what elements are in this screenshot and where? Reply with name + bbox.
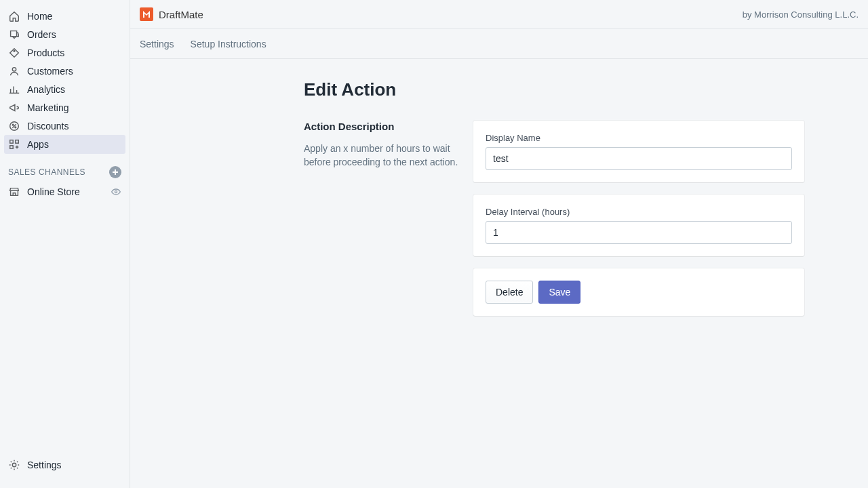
tab-settings[interactable]: Settings [140,29,174,58]
home-icon [8,10,20,22]
app-tabs: Settings Setup Instructions [130,29,868,59]
svg-point-1 [12,68,16,71]
section-annotation: Action Description Apply an x number of … [304,121,460,182]
sidebar-item-orders[interactable]: Orders [4,25,125,44]
svg-rect-7 [10,146,14,149]
svg-rect-5 [10,140,14,144]
person-icon [8,65,20,77]
app-name: DraftMate [159,9,203,20]
sidebar-item-apps[interactable]: Apps [4,135,125,154]
analytics-icon [8,83,20,96]
gear-icon [8,459,20,471]
display-name-card: Display Name [473,121,804,182]
svg-point-9 [12,463,16,466]
sidebar-item-home[interactable]: Home [4,7,125,26]
sidebar-section-sales-channels: SALES CHANNELS [0,166,130,178]
plus-icon [112,169,119,176]
svg-point-8 [115,190,117,192]
sidebar-channel-online-store[interactable]: Online Store [0,182,130,201]
delay-label: Delay Interval (hours) [486,207,792,217]
sidebar-item-label: Analytics [27,84,65,95]
display-name-label: Display Name [486,133,792,143]
sidebar-item-label: Discounts [27,121,68,131]
page-title: Edit Action [304,79,797,100]
tab-setup-instructions[interactable]: Setup Instructions [191,29,267,58]
apps-icon [8,138,20,150]
sidebar-item-products[interactable]: Products [4,43,125,62]
tag-icon [8,47,20,59]
megaphone-icon [8,102,20,114]
annotation-title: Action Description [304,121,460,132]
svg-point-0 [14,50,15,52]
app-logo-icon [142,10,151,18]
delete-button[interactable]: Delete [486,281,533,304]
sidebar-item-label: Customers [27,66,73,77]
app-logo [140,7,153,21]
eye-icon [111,186,121,197]
main: DraftMate by Morrison Consulting L.L.C. … [130,0,868,488]
sidebar-item-label: Apps [27,139,49,150]
sidebar-item-customers[interactable]: Customers [4,62,125,81]
channel-label: Online Store [27,186,111,197]
delay-input[interactable] [486,221,792,244]
sidebar-item-analytics[interactable]: Analytics [4,80,125,99]
save-button[interactable]: Save [538,281,580,304]
add-channel-button[interactable] [109,166,121,178]
sidebar-item-marketing[interactable]: Marketing [4,98,125,117]
annotation-text: Apply an x number of hours to wait befor… [304,142,460,169]
svg-point-3 [12,124,14,125]
app-byline: by Morrison Consulting L.L.C. [743,9,859,20]
sidebar-item-discounts[interactable]: Discounts [4,117,125,136]
view-store-button[interactable] [111,186,121,197]
sidebar-item-settings[interactable]: Settings [4,455,125,474]
store-icon [8,186,20,198]
sidebar-item-label: Marketing [27,102,68,113]
sidebar-item-label: Products [27,47,64,58]
orders-icon [8,28,20,41]
sidebar: Home Orders Products Customers Analytics [0,0,130,488]
svg-point-4 [15,127,16,128]
sidebar-item-label: Settings [27,460,62,470]
section-label: SALES CHANNELS [8,167,85,177]
sidebar-item-label: Home [27,11,52,22]
content: Edit Action Action Description Apply an … [130,59,868,488]
sidebar-item-label: Orders [27,29,56,40]
delay-card: Delay Interval (hours) [473,195,804,256]
actions-card: Delete Save [473,268,804,316]
percent-icon [8,120,20,132]
svg-rect-6 [16,140,19,144]
topbar: DraftMate by Morrison Consulting L.L.C. [130,0,868,29]
display-name-input[interactable] [486,147,792,170]
